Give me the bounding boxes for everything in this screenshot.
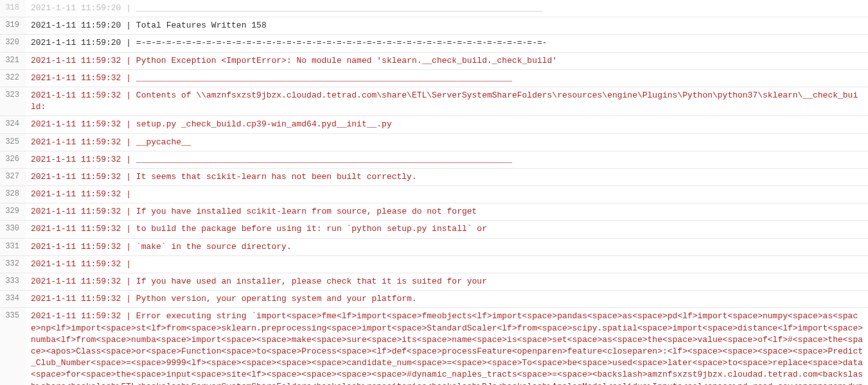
line-number: 328 [0,186,26,203]
line-number: 329 [0,203,26,221]
log-row[interactable]: 3332021-1-11 11:59:32 | If you have used… [0,273,868,291]
log-text: ________________________________________… [136,73,512,83]
log-text: ________________________________________… [136,155,512,164]
log-text: Python version, your operating system an… [136,294,417,304]
line-number: 325 [0,133,26,151]
log-message: 2021-1-11 11:59:32 | [26,186,868,203]
log-timestamp: 2021-1-11 11:59:20 [31,38,121,47]
log-timestamp: 2021-1-11 11:59:32 [31,259,121,269]
log-timestamp: 2021-1-11 11:59:32 [31,73,121,83]
line-number: 318 [0,0,26,17]
log-timestamp: 2021-1-11 11:59:32 [31,155,121,164]
log-text: It seems that scikit-learn has not been … [136,172,417,182]
line-number: 324 [0,116,26,133]
line-number: 330 [0,221,26,238]
log-text: Python Exception <ImportError>: No modul… [136,56,557,65]
log-text: to build the package before using it: ru… [136,224,487,234]
line-number: 333 [0,273,26,291]
log-message: 2021-1-11 11:59:32 | Contents of \\amznf… [26,87,868,116]
log-message: 2021-1-11 11:59:32 | setup.py _check_bui… [26,116,868,133]
line-number: 332 [0,255,26,273]
log-row[interactable]: 3292021-1-11 11:59:32 | If you have inst… [0,203,868,221]
line-number: 323 [0,87,26,116]
log-row[interactable]: 3222021-1-11 11:59:32 | ________________… [0,69,868,87]
log-timestamp: 2021-1-11 11:59:32 [31,224,121,234]
line-number: 327 [0,168,26,185]
log-text: `make` in the source directory. [136,242,292,252]
log-message: 2021-1-11 11:59:32 | It seems that sciki… [26,168,868,185]
log-row[interactable]: 3192021-1-11 11:59:20 | Total Features W… [0,17,868,35]
line-number: 322 [0,69,26,87]
log-message: 2021-1-11 11:59:32 | Python Exception <I… [26,52,868,69]
log-row[interactable]: 3182021-1-11 11:59:20 | ________________… [0,0,868,17]
log-row[interactable]: 3202021-1-11 11:59:20 | =-=-=-=-=-=-=-=-… [0,35,868,52]
log-row[interactable]: 3322021-1-11 11:59:32 | [0,255,868,273]
log-timestamp: 2021-1-11 11:59:32 [31,90,121,100]
log-message: 2021-1-11 11:59:20 | =-=-=-=-=-=-=-=-=-=… [26,35,868,52]
log-text: Total Features Written 158 [136,21,267,30]
log-message: 2021-1-11 11:59:32 | Error executing str… [26,308,868,385]
log-message: 2021-1-11 11:59:20 | Total Features Writ… [26,17,868,35]
log-timestamp: 2021-1-11 11:59:32 [31,137,121,147]
log-row[interactable]: 3262021-1-11 11:59:32 | ________________… [0,151,868,168]
line-number: 335 [0,308,26,385]
log-message: 2021-1-11 11:59:32 | If you have install… [26,203,868,221]
line-number: 334 [0,291,26,308]
log-timestamp: 2021-1-11 11:59:32 [31,207,121,216]
log-timestamp: 2021-1-11 11:59:20 [31,3,121,13]
log-message: 2021-1-11 11:59:20 | ___________________… [26,0,868,17]
log-text: If you have used an installer, please ch… [136,277,487,286]
log-timestamp: 2021-1-11 11:59:32 [31,277,121,286]
log-row[interactable]: 3312021-1-11 11:59:32 | `make` in the so… [0,238,868,255]
line-number: 321 [0,52,26,69]
log-row[interactable]: 3302021-1-11 11:59:32 | to build the pac… [0,221,868,238]
log-row[interactable]: 3342021-1-11 11:59:32 | Python version, … [0,291,868,308]
log-timestamp: 2021-1-11 11:59:32 [31,311,121,321]
log-row[interactable]: 3252021-1-11 11:59:32 | __pycache__ [0,133,868,151]
log-timestamp: 2021-1-11 11:59:32 [31,242,121,252]
log-text: If you have installed scikit-learn from … [136,207,477,216]
log-timestamp: 2021-1-11 11:59:32 [31,119,121,129]
log-timestamp: 2021-1-11 11:59:32 [31,56,121,65]
log-text: =-=-=-=-=-=-=-=-=-=-=-=-=-=-=-=-=-=-=-=-… [136,38,547,47]
line-number: 320 [0,35,26,52]
line-number: 331 [0,238,26,255]
log-text: setup.py _check_build.cp39-win_amd64.pyd… [136,119,392,129]
log-message: 2021-1-11 11:59:32 | `make` in the sourc… [26,238,868,255]
log-timestamp: 2021-1-11 11:59:32 [31,189,121,199]
log-table: 3182021-1-11 11:59:20 | ________________… [0,0,868,385]
log-row[interactable]: 3242021-1-11 11:59:32 | setup.py _check_… [0,116,868,133]
log-message: 2021-1-11 11:59:32 | If you have used an… [26,273,868,291]
log-message: 2021-1-11 11:59:32 | ___________________… [26,151,868,168]
log-timestamp: 2021-1-11 11:59:20 [31,21,121,30]
log-text: __pycache__ [136,137,191,147]
log-message: 2021-1-11 11:59:32 | __pycache__ [26,133,868,151]
log-text: Error executing string `import<space>fme… [31,311,863,385]
line-number: 319 [0,17,26,35]
log-message: 2021-1-11 11:59:32 | Python version, you… [26,291,868,308]
log-row[interactable]: 3272021-1-11 11:59:32 | It seems that sc… [0,168,868,185]
log-message: 2021-1-11 11:59:32 | [26,255,868,273]
log-text: ________________________________________… [136,3,542,13]
log-row[interactable]: 3352021-1-11 11:59:32 | Error executing … [0,308,868,385]
log-text: Contents of \\amznfsxzst9jbzx.cloudad.te… [31,90,858,112]
log-row[interactable]: 3212021-1-11 11:59:32 | Python Exception… [0,52,868,69]
line-number: 326 [0,151,26,168]
log-message: 2021-1-11 11:59:32 | to build the packag… [26,221,868,238]
log-message: 2021-1-11 11:59:32 | ___________________… [26,69,868,87]
log-row[interactable]: 3232021-1-11 11:59:32 | Contents of \\am… [0,87,868,116]
log-row[interactable]: 3282021-1-11 11:59:32 | [0,186,868,203]
log-timestamp: 2021-1-11 11:59:32 [31,294,121,304]
log-timestamp: 2021-1-11 11:59:32 [31,172,121,182]
